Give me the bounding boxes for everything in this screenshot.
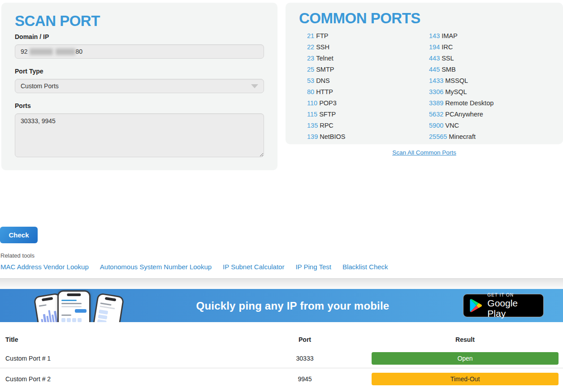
common-port-item: 5632PCAnywhere	[429, 109, 550, 120]
port-number-link[interactable]: 80	[307, 88, 314, 95]
common-port-item: 139NetBIOS	[307, 131, 429, 142]
ports-label: Ports	[15, 102, 264, 109]
common-ports-panel: COMMON PORTS 21FTP22SSH23Telnet25SMTP53D…	[286, 3, 563, 144]
section-divider	[0, 278, 563, 289]
common-port-item: 135RPC	[307, 120, 429, 131]
port-number-link[interactable]: 25565	[429, 133, 447, 140]
common-port-item: 25565Minecraft	[429, 131, 550, 142]
column-header-result: Result	[372, 336, 559, 343]
result-status-badge: Timed-Out	[372, 373, 559, 385]
port-name: IMAP	[442, 32, 457, 39]
related-tools-label: Related tools	[0, 252, 35, 259]
common-port-item: 3389Remote Desktop	[429, 98, 550, 109]
google-play-badge[interactable]: GET IT ON Google Play	[463, 294, 544, 317]
check-button[interactable]: Check	[0, 227, 38, 243]
domain-ip-input[interactable]: 9280	[15, 44, 264, 59]
port-name: VNC	[445, 122, 459, 129]
related-tool-link[interactable]: Autonomous System Number Lookup	[100, 263, 212, 271]
port-number-link[interactable]: 1433	[429, 77, 443, 84]
phone-mockup	[57, 290, 91, 322]
common-port-item: 22SSH	[307, 42, 429, 53]
column-header-port: Port	[278, 336, 332, 343]
port-number-link[interactable]: 139	[307, 133, 318, 140]
google-play-get-it-on: GET IT ON	[487, 293, 537, 297]
result-table-row: Custom Port # 130333Open	[0, 349, 563, 368]
port-number-link[interactable]: 25	[307, 66, 314, 73]
port-number-link[interactable]: 135	[307, 122, 318, 129]
related-tool-link[interactable]: IP Subnet Calculator	[223, 263, 284, 271]
common-port-item: 143IMAP	[429, 30, 550, 42]
common-port-item: 5900VNC	[429, 120, 550, 131]
port-name: NetBIOS	[320, 133, 345, 140]
port-name: SSH	[316, 43, 329, 51]
common-port-item: 1433MSSQL	[429, 75, 550, 86]
port-name: Telnet	[316, 55, 333, 62]
common-port-item: 115SFTP	[307, 109, 429, 120]
domain-ip-value-end: 80	[76, 48, 83, 55]
port-number-link[interactable]: 22	[307, 43, 314, 51]
port-name: Minecraft	[449, 133, 476, 140]
result-port-cell: 30333	[278, 355, 332, 362]
port-name: Remote Desktop	[445, 99, 494, 107]
common-port-item: 53DNS	[307, 75, 429, 86]
masked-ip-segment	[56, 48, 75, 55]
common-ports-column-left: 21FTP22SSH23Telnet25SMTP53DNS80HTTP110PO…	[307, 30, 429, 142]
port-name: IRC	[442, 43, 453, 51]
result-status-badge: Open	[372, 352, 559, 365]
port-name: SMB	[442, 66, 455, 73]
result-port-cell: 9945	[278, 375, 332, 383]
page: SCAN PORT Domain / IP 9280 Port Type Cus…	[0, 0, 563, 392]
mobile-app-banner: Quickly ping any IP from your mobile GET…	[0, 289, 563, 322]
port-number-link[interactable]: 110	[307, 99, 317, 107]
common-port-item: 23Telnet	[307, 53, 429, 64]
ports-textarea[interactable]: 30333, 9945	[15, 113, 264, 157]
common-port-item: 80HTTP	[307, 86, 429, 98]
common-port-item: 21FTP	[307, 30, 429, 42]
chevron-down-icon	[251, 84, 258, 88]
port-number-link[interactable]: 143	[429, 32, 440, 39]
port-name: DNS	[316, 77, 330, 84]
related-tool-link[interactable]: MAC Address Vendor Lookup	[0, 263, 89, 271]
port-name: SMTP	[316, 66, 334, 73]
google-play-text: GET IT ON Google Play	[487, 293, 537, 319]
related-tool-link[interactable]: IP Ping Test	[295, 263, 331, 271]
google-play-label: Google Play	[487, 298, 537, 319]
scan-port-title: SCAN PORT	[15, 13, 264, 30]
port-number-link[interactable]: 3389	[429, 99, 443, 107]
scan-all-common-ports-link[interactable]: Scan All Common Ports	[392, 149, 456, 156]
google-play-icon	[469, 298, 482, 313]
port-number-link[interactable]: 115	[307, 111, 317, 118]
result-cell: Timed-Out	[332, 373, 563, 385]
port-name: RPC	[320, 122, 333, 129]
common-port-item: 194IRC	[429, 42, 550, 53]
port-name: POP3	[319, 99, 337, 107]
port-type-selected-value: Custom Ports	[21, 82, 59, 90]
port-name: MSSQL	[445, 77, 468, 84]
scan-all-wrap: Scan All Common Ports	[286, 148, 563, 156]
port-number-link[interactable]: 21	[307, 32, 314, 39]
common-ports-title: COMMON PORTS	[299, 10, 550, 27]
port-type-select[interactable]: Custom Ports	[15, 79, 264, 93]
domain-ip-value-start: 92	[21, 48, 28, 55]
port-number-link[interactable]: 5900	[429, 122, 443, 129]
port-number-link[interactable]: 443	[429, 55, 440, 62]
common-ports-grid: 21FTP22SSH23Telnet25SMTP53DNS80HTTP110PO…	[299, 30, 550, 142]
related-tool-link[interactable]: Blacklist Check	[342, 263, 388, 271]
port-number-link[interactable]: 53	[307, 77, 314, 84]
port-number-link[interactable]: 5632	[429, 111, 443, 118]
result-table-row: Custom Port # 29945Timed-Out	[0, 368, 563, 389]
common-ports-column-right: 143IMAP194IRC443SSL445SMB1433MSSQL3306My…	[429, 30, 550, 142]
domain-ip-label: Domain / IP	[15, 33, 264, 40]
common-port-item: 3306MySQL	[429, 86, 550, 98]
common-port-item: 110POP3	[307, 98, 429, 109]
common-port-item: 25SMTP	[307, 64, 429, 75]
masked-ip-segment	[30, 48, 53, 55]
port-number-link[interactable]: 445	[429, 66, 440, 73]
phone-mockups-image	[38, 290, 125, 322]
port-number-link[interactable]: 23	[307, 55, 314, 62]
port-number-link[interactable]: 194	[429, 43, 440, 51]
common-port-item: 443SSL	[429, 53, 550, 64]
port-number-link[interactable]: 3306	[429, 88, 443, 95]
port-name: PCAnywhere	[445, 111, 483, 118]
port-name: HTTP	[316, 88, 333, 95]
